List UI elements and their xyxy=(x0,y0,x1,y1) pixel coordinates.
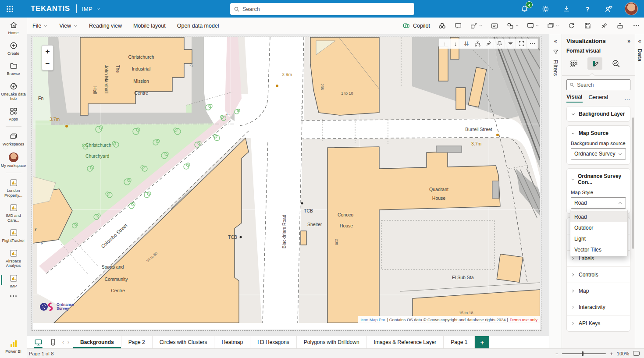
focus-mode-button[interactable] xyxy=(516,39,527,49)
build-visual-tab[interactable] xyxy=(566,57,581,70)
publish-button[interactable] xyxy=(616,21,624,30)
expand-data-button[interactable]: « xyxy=(638,38,641,44)
explore-button[interactable] xyxy=(438,21,446,30)
fit-to-page-button[interactable] xyxy=(633,351,640,356)
web-view-button[interactable] xyxy=(33,337,43,347)
zoom-slider-thumb[interactable] xyxy=(582,351,584,356)
map-style-select[interactable]: Road xyxy=(571,197,626,209)
section-map[interactable]: Map xyxy=(567,283,630,299)
sidebar-item-apps[interactable]: Apps xyxy=(0,104,27,124)
filters-pane-label[interactable]: Filters xyxy=(552,60,559,76)
section-map-source[interactable]: Map Source xyxy=(567,126,630,141)
tab-visual[interactable]: Visual xyxy=(566,94,583,103)
sidebar-item-my-workspace[interactable]: My workspace xyxy=(0,149,27,171)
add-page-button[interactable]: + xyxy=(474,336,489,348)
workspace-switcher[interactable]: IMP xyxy=(82,6,101,12)
section-background-layer[interactable]: Background Layer xyxy=(567,106,630,121)
sidebar-item-onelake[interactable]: OneLake data hub xyxy=(0,79,27,104)
more-options-button[interactable] xyxy=(632,21,640,30)
global-search[interactable] xyxy=(230,3,414,15)
menu-reading-view[interactable]: Reading view xyxy=(89,23,122,29)
funnel-icon[interactable] xyxy=(552,49,559,55)
filters-applied-button[interactable] xyxy=(505,39,516,49)
settings-button[interactable] xyxy=(541,4,550,14)
page-tab-circles-with-clusters[interactable]: Circles with Clusters xyxy=(152,336,214,348)
sidebar-item-browse[interactable]: Browse xyxy=(0,58,27,79)
menu-file[interactable]: File xyxy=(32,23,48,29)
zoom-in-button[interactable]: + xyxy=(610,351,612,356)
visual-interactions-button[interactable] xyxy=(470,22,483,30)
mobile-view-button[interactable] xyxy=(48,337,58,347)
map-style-option-light[interactable]: Light xyxy=(570,233,627,244)
sidebar-item-london-property[interactable]: London Property... xyxy=(0,175,27,200)
shapes-button[interactable] xyxy=(506,22,519,30)
alerts-button[interactable] xyxy=(494,39,505,49)
page-tab-backgrounds[interactable]: Backgrounds xyxy=(73,336,121,348)
feedback-button[interactable] xyxy=(604,4,613,14)
page-tab-polygons-with-drilldown[interactable]: Polygons with Drilldown xyxy=(296,336,366,348)
tabs-more-button[interactable]: ... xyxy=(625,95,630,101)
zoom-in-button[interactable]: + xyxy=(42,46,53,58)
drill-down-button[interactable]: ↓ xyxy=(450,39,461,49)
drill-hierarchy-button[interactable] xyxy=(472,39,483,49)
menu-view[interactable]: View xyxy=(59,23,78,29)
new-visual-button[interactable] xyxy=(527,22,539,30)
pin-button[interactable] xyxy=(599,21,608,30)
data-pane-label[interactable]: Data xyxy=(637,49,643,61)
sidebar-item-airspace[interactable]: Airspace Analysis xyxy=(0,246,27,271)
page-tab-h3-hexagons[interactable]: H3 Hexagons xyxy=(250,336,296,348)
visual-more-options-button[interactable] xyxy=(527,39,538,49)
section-os-configuration[interactable]: Ordnance Survey Con... xyxy=(567,169,630,190)
user-avatar[interactable] xyxy=(625,2,638,15)
map-style-option-vector-tiles[interactable]: Vector Tiles xyxy=(570,244,627,255)
search-input[interactable] xyxy=(242,6,411,12)
page-tab-page-2[interactable]: Page 2 xyxy=(121,336,152,348)
pin-visual-button[interactable] xyxy=(483,39,494,49)
page-tab-heatmap[interactable]: Heatmap xyxy=(214,336,250,348)
page-view-button[interactable] xyxy=(547,22,559,30)
comments-button[interactable] xyxy=(454,21,463,30)
zoom-slider[interactable] xyxy=(562,353,606,354)
expand-next-level-button[interactable]: ⇊ xyxy=(461,39,472,49)
menu-open-data-model[interactable]: Open data model xyxy=(177,23,219,29)
panel-scrollbar[interactable] xyxy=(632,117,634,249)
text-box-button[interactable] xyxy=(490,21,499,30)
sidebar-item-home[interactable]: Home xyxy=(0,18,27,38)
map-style-option-outdoor[interactable]: Outdoor xyxy=(570,222,627,233)
ordnance-survey-map[interactable]: Fn 3.7m 3.9m 3.7m Christchurch Industria… xyxy=(33,37,540,323)
copilot-button[interactable]: Copilot xyxy=(402,22,430,30)
brand-logo[interactable]: TEKANTIS xyxy=(31,4,70,13)
refresh-button[interactable] xyxy=(567,21,576,30)
save-button[interactable] xyxy=(583,21,592,30)
background-map-source-select[interactable]: Ordnance Survey xyxy=(571,148,626,160)
notifications-button[interactable]: 4 xyxy=(519,4,529,14)
analytics-tab[interactable] xyxy=(608,57,623,70)
sidebar-item-power-bi[interactable]: Power BI xyxy=(0,336,27,358)
download-button[interactable] xyxy=(562,4,571,14)
section-api-keys[interactable]: API Keys xyxy=(567,315,630,331)
sidebar-more-button[interactable] xyxy=(10,291,17,301)
section-interactivity[interactable]: Interactivity xyxy=(567,299,630,315)
help-button[interactable]: ? xyxy=(583,4,592,14)
page-tab-page-1[interactable]: Page 1 xyxy=(443,336,474,348)
sidebar-item-imd-care[interactable]: IMD and Care... xyxy=(0,200,27,225)
expand-filters-button[interactable]: « xyxy=(554,38,557,44)
collapse-pane-button[interactable]: » xyxy=(627,38,630,44)
page-tab-images-reference-layer[interactable]: Images & Reference Layer xyxy=(366,336,444,348)
map-style-option-road[interactable]: Road xyxy=(570,211,627,222)
drill-up-button[interactable]: ↑ xyxy=(439,39,450,49)
icon-map-pro-link[interactable]: Icon Map Pro xyxy=(360,317,385,322)
next-page-button[interactable]: › xyxy=(68,339,69,345)
app-launcher-icon[interactable] xyxy=(0,0,19,18)
format-search-input[interactable] xyxy=(577,82,627,88)
zoom-out-button[interactable]: − xyxy=(42,58,53,71)
format-search[interactable] xyxy=(566,79,630,90)
prev-page-button[interactable]: ‹ xyxy=(62,339,64,345)
section-controls[interactable]: Controls xyxy=(567,266,630,283)
sidebar-item-create[interactable]: Create xyxy=(0,38,27,59)
sidebar-item-flighttracker[interactable]: FlightTracker xyxy=(0,225,27,246)
sidebar-item-imp[interactable]: IMP xyxy=(0,271,27,291)
tab-general[interactable]: General xyxy=(589,94,608,102)
menu-mobile-layout[interactable]: Mobile layout xyxy=(133,23,166,29)
map-visual[interactable]: Fn 3.7m 3.9m 3.7m Christchurch Industria… xyxy=(33,37,540,330)
